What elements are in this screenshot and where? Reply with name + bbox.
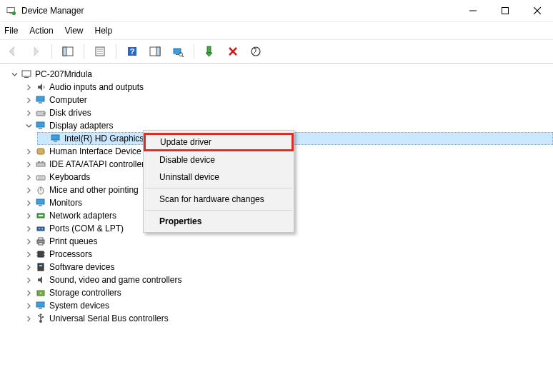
context-item-disable-device[interactable]: Disable device bbox=[144, 151, 294, 169]
hid-icon bbox=[35, 146, 46, 157]
uninstall-device-button[interactable] bbox=[224, 43, 241, 60]
tree-item-print-queues[interactable]: Print queues bbox=[23, 235, 553, 248]
tree-item-label: Audio inputs and outputs bbox=[49, 82, 144, 92]
action-pane-button[interactable] bbox=[146, 43, 164, 60]
tree-item-disk[interactable]: Disk drives bbox=[23, 106, 553, 119]
svg-point-50 bbox=[41, 228, 43, 230]
context-item-update-driver[interactable]: Update driver bbox=[144, 133, 294, 151]
svg-rect-18 bbox=[176, 54, 179, 55]
titlebar: Device Manager bbox=[0, 0, 553, 22]
svg-rect-48 bbox=[37, 227, 44, 231]
computer-icon bbox=[35, 94, 46, 106]
tree-item-intel-hd-graphics[interactable]: Intel(R) HD Graphics bbox=[37, 132, 553, 145]
context-item-properties[interactable]: Properties bbox=[144, 213, 294, 230]
chevron-right-icon[interactable] bbox=[24, 96, 33, 104]
svg-rect-47 bbox=[39, 215, 43, 216]
chevron-down-icon[interactable] bbox=[24, 121, 33, 130]
window-title: Device Manager bbox=[21, 6, 84, 16]
monitor-icon bbox=[35, 197, 46, 208]
menu-view[interactable]: View bbox=[65, 26, 84, 36]
tree-item-sound[interactable]: Sound, video and game controllers bbox=[23, 273, 553, 286]
svg-rect-54 bbox=[38, 251, 44, 257]
chevron-right-icon[interactable] bbox=[24, 147, 33, 156]
tree-item-storage-controllers[interactable]: Storage controllers bbox=[23, 286, 553, 299]
chevron-right-icon[interactable] bbox=[24, 160, 33, 169]
svg-rect-52 bbox=[39, 238, 43, 240]
chevron-right-icon[interactable] bbox=[24, 301, 33, 310]
chevron-right-icon[interactable] bbox=[24, 276, 33, 284]
menu-action[interactable]: Action bbox=[29, 26, 53, 36]
svg-rect-26 bbox=[24, 77, 29, 78]
close-button[interactable] bbox=[521, 1, 553, 21]
menu-help[interactable]: Help bbox=[95, 26, 113, 36]
update-driver-button[interactable] bbox=[247, 43, 264, 60]
svg-rect-25 bbox=[22, 71, 31, 76]
storage-icon bbox=[35, 287, 46, 298]
system-icon bbox=[35, 300, 46, 311]
back-button[interactable] bbox=[4, 43, 21, 60]
svg-point-2 bbox=[12, 11, 16, 15]
svg-rect-68 bbox=[42, 316, 44, 318]
context-item-scan-hardware[interactable]: Scan for hardware changes bbox=[144, 191, 294, 208]
tree-root[interactable]: PC-207Mridula bbox=[9, 68, 553, 81]
tree-item-label: Universal Serial Bus controllers bbox=[49, 313, 169, 323]
chevron-right-icon[interactable] bbox=[24, 250, 33, 258]
show-hide-tree-button[interactable] bbox=[59, 43, 76, 60]
svg-rect-64 bbox=[39, 308, 42, 309]
properties-button[interactable] bbox=[91, 43, 109, 60]
tree-item-label: Processors bbox=[49, 249, 92, 259]
svg-rect-59 bbox=[38, 263, 44, 271]
chevron-right-icon[interactable] bbox=[24, 83, 33, 91]
svg-rect-37 bbox=[38, 161, 40, 163]
chevron-right-icon[interactable] bbox=[24, 173, 33, 181]
tree-item-label: Storage controllers bbox=[49, 288, 121, 298]
tree-item-software-devices[interactable]: Software devices bbox=[23, 261, 553, 273]
chevron-right-icon[interactable] bbox=[24, 109, 33, 117]
tree-item-computer[interactable]: Computer bbox=[23, 94, 553, 106]
processor-icon bbox=[35, 248, 46, 260]
chevron-right-icon[interactable] bbox=[24, 211, 33, 220]
device-tree-panel[interactable]: PC-207Mridula Audio inputs and outputs C… bbox=[0, 64, 553, 392]
maximize-button[interactable] bbox=[489, 1, 521, 21]
enable-device-button[interactable] bbox=[201, 43, 219, 60]
tree-item-processors[interactable]: Processors bbox=[23, 248, 553, 261]
chevron-right-icon[interactable] bbox=[24, 224, 33, 233]
chevron-right-icon[interactable] bbox=[24, 263, 33, 271]
svg-rect-45 bbox=[39, 205, 42, 206]
chevron-right-icon[interactable] bbox=[24, 186, 33, 194]
tree-item-label: Intel(R) HD Graphics bbox=[64, 134, 144, 144]
tree-item-label: Monitors bbox=[49, 198, 82, 208]
forward-button[interactable] bbox=[27, 43, 44, 60]
tree-item-usb[interactable]: Universal Serial Bus controllers bbox=[23, 312, 553, 325]
tree-item-audio[interactable]: Audio inputs and outputs bbox=[23, 81, 553, 94]
svg-rect-31 bbox=[36, 122, 44, 127]
controller-icon bbox=[35, 159, 46, 170]
svg-rect-16 bbox=[156, 47, 160, 56]
svg-rect-32 bbox=[39, 128, 42, 129]
mouse-icon bbox=[35, 184, 46, 196]
menu-file[interactable]: File bbox=[4, 26, 18, 36]
chevron-down-icon[interactable] bbox=[10, 70, 19, 79]
disk-icon bbox=[35, 107, 46, 119]
chevron-right-icon[interactable] bbox=[24, 288, 33, 297]
minimize-button[interactable] bbox=[457, 1, 489, 21]
tree-item-label: Human Interface Device bbox=[49, 146, 141, 156]
usb-icon bbox=[35, 313, 46, 324]
help-button[interactable]: ? bbox=[124, 43, 141, 60]
tree-item-system-devices[interactable]: System devices bbox=[23, 299, 553, 312]
context-item-uninstall-device[interactable]: Uninstall device bbox=[144, 169, 294, 186]
menu-separator bbox=[145, 188, 292, 189]
svg-rect-63 bbox=[36, 302, 44, 307]
svg-rect-38 bbox=[41, 161, 44, 163]
svg-rect-35 bbox=[37, 149, 44, 154]
tree-item-label: Network adapters bbox=[49, 211, 116, 221]
svg-rect-4 bbox=[502, 8, 508, 14]
chevron-right-icon[interactable] bbox=[24, 237, 33, 246]
chevron-right-icon[interactable] bbox=[24, 198, 33, 207]
tree-item-label: Display adapters bbox=[49, 121, 113, 131]
svg-rect-39 bbox=[36, 176, 45, 180]
scan-hardware-button[interactable] bbox=[169, 43, 186, 60]
svg-rect-28 bbox=[39, 102, 42, 104]
toolbar: ? bbox=[0, 40, 553, 64]
chevron-right-icon[interactable] bbox=[24, 314, 33, 323]
